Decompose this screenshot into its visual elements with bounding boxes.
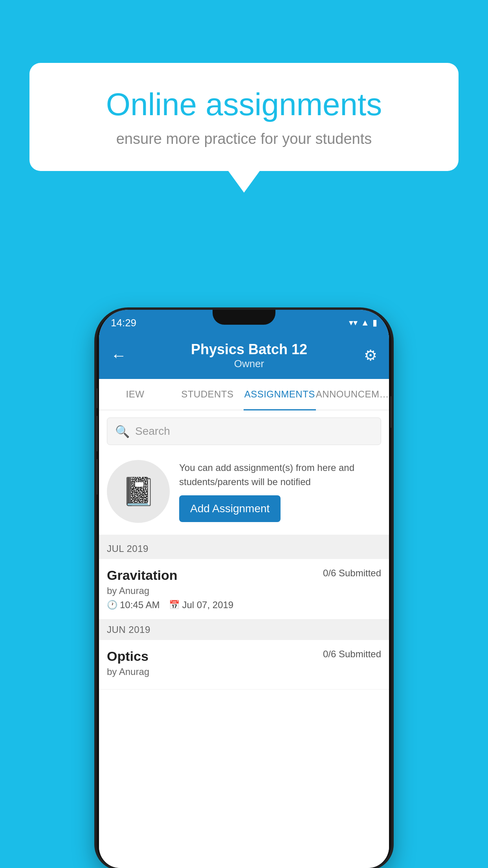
assignment-item-gravitation[interactable]: Gravitation 0/6 Submitted by Anurag 🕐 10… — [99, 559, 389, 620]
app-bar: ← Physics Batch 12 Owner ⚙ — [99, 332, 389, 379]
search-bar[interactable]: 🔍 Search — [107, 417, 381, 445]
speech-bubble-container: Online assignments ensure more practice … — [29, 63, 459, 193]
assignment-submitted-optics: 0/6 Submitted — [323, 649, 381, 660]
signal-icon: ▲ — [361, 318, 369, 328]
volume-down-button — [97, 459, 97, 495]
app-bar-title-group: Physics Batch 12 Owner — [134, 341, 364, 370]
tab-assignments[interactable]: ASSIGNMENTS — [244, 379, 316, 410]
speech-bubble-title: Online assignments — [57, 86, 431, 123]
assignment-time-value: 10:45 AM — [120, 600, 160, 611]
back-button[interactable]: ← — [111, 347, 127, 364]
status-time: 14:29 — [111, 317, 136, 329]
app-bar-title: Physics Batch 12 — [134, 341, 364, 358]
phone-frame: 14:29 ▾▾ ▲ ▮ ← Physics Batch 12 Owner ⚙ … — [97, 310, 391, 868]
assignment-item-header: Gravitation 0/6 Submitted — [107, 568, 381, 583]
promo-content: You can add assignment(s) from here and … — [179, 461, 381, 522]
search-bar-wrapper: 🔍 Search — [99, 410, 389, 452]
tab-announcements[interactable]: ANNOUNCEM… — [316, 379, 389, 410]
battery-icon: ▮ — [372, 318, 377, 328]
power-button — [391, 396, 391, 428]
calendar-icon: 📅 — [169, 600, 180, 610]
speech-bubble-arrow — [228, 171, 260, 193]
assignment-item-optics[interactable]: Optics 0/6 Submitted by Anurag — [99, 640, 389, 690]
wifi-icon: ▾▾ — [349, 318, 358, 328]
assignment-submitted: 0/6 Submitted — [323, 568, 381, 579]
tabs-bar: IEW STUDENTS ASSIGNMENTS ANNOUNCEM… — [99, 379, 389, 410]
promo-block: 📓 You can add assignment(s) from here an… — [99, 452, 389, 539]
clock-icon: 🕐 — [107, 600, 117, 610]
assignment-by: by Anurag — [107, 585, 381, 596]
volume-up-button — [97, 416, 97, 451]
tab-students[interactable]: STUDENTS — [171, 379, 244, 410]
search-icon: 🔍 — [115, 425, 130, 438]
speech-bubble-subtitle: ensure more practice for your students — [57, 131, 431, 147]
assignment-date-value: Jul 07, 2019 — [182, 600, 233, 611]
assignment-name: Gravitation — [107, 568, 177, 583]
settings-icon[interactable]: ⚙ — [364, 347, 377, 364]
speech-bubble: Online assignments ensure more practice … — [29, 63, 459, 171]
assignment-date: 📅 Jul 07, 2019 — [169, 600, 233, 611]
status-icons: ▾▾ ▲ ▮ — [349, 318, 377, 328]
assignment-item-header-optics: Optics 0/6 Submitted — [107, 649, 381, 664]
assignment-meta: 🕐 10:45 AM 📅 Jul 07, 2019 — [107, 600, 381, 611]
assignment-by-optics: by Anurag — [107, 666, 381, 677]
phone-screen: 14:29 ▾▾ ▲ ▮ ← Physics Batch 12 Owner ⚙ … — [99, 310, 389, 868]
screen-content: 🔍 Search 📓 You can add assignment(s) fro… — [99, 410, 389, 868]
app-bar-subtitle: Owner — [134, 358, 364, 370]
notebook-icon: 📓 — [121, 475, 156, 508]
assignment-name-optics: Optics — [107, 649, 149, 664]
tab-iew[interactable]: IEW — [99, 379, 171, 410]
promo-icon-circle: 📓 — [107, 460, 170, 523]
promo-description: You can add assignment(s) from here and … — [179, 461, 381, 489]
search-placeholder: Search — [135, 425, 170, 438]
month-separator-jul: JUL 2019 — [99, 539, 389, 559]
phone-notch — [213, 310, 275, 325]
mute-button — [97, 388, 97, 408]
month-separator-jun: JUN 2019 — [99, 620, 389, 640]
add-assignment-button[interactable]: Add Assignment — [179, 495, 281, 522]
assignment-time: 🕐 10:45 AM — [107, 600, 160, 611]
